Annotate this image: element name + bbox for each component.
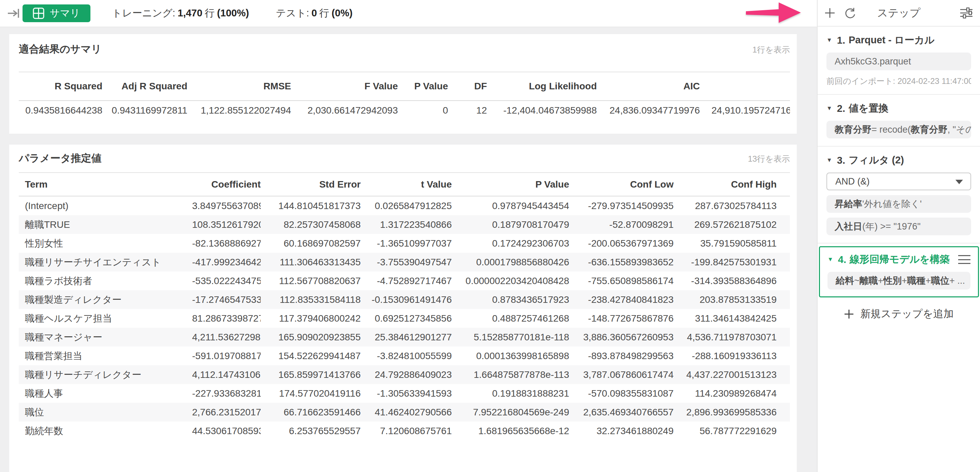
table-cell: -1.365109977037 bbox=[361, 234, 452, 253]
chip-text: = recode( bbox=[872, 124, 911, 135]
filter-condition-chip[interactable]: 昇給率 '外れ値を除く' bbox=[826, 195, 971, 213]
sliders-settings-icon[interactable] bbox=[959, 6, 973, 20]
add-new-step-label: 新規ステップを追加 bbox=[860, 307, 954, 321]
column-header bbox=[700, 72, 790, 101]
table-cell: 0.9787945443454 bbox=[452, 196, 569, 215]
parameter-estimates-table: TermCoefficientStd Errort ValueP ValueCo… bbox=[19, 172, 790, 440]
chevron-down-icon: ▼ bbox=[826, 157, 832, 164]
table-cell: 職種ヘルスケア担当 bbox=[19, 309, 192, 328]
table-cell: 56.787772291629 bbox=[674, 421, 790, 440]
table-cell: -570.098355831087 bbox=[569, 384, 674, 403]
column-header: P Value bbox=[452, 173, 569, 196]
step-number: 3. bbox=[837, 155, 845, 166]
table-cell: -1.305633941593 bbox=[361, 384, 452, 403]
table-cell: 0.0001363998165898 bbox=[452, 346, 569, 365]
table-cell: 0.000002203420408428 bbox=[452, 272, 569, 290]
table-cell: -238.427840841823 bbox=[569, 290, 674, 309]
table-cell: 5.152858770181e-118 bbox=[452, 328, 569, 346]
add-icon[interactable] bbox=[823, 6, 837, 20]
column-header: Conf High bbox=[674, 173, 790, 196]
table-cell: 24,910.195724716 bbox=[700, 101, 790, 120]
main-toolbar: サマリ トレーニング:1,470行(100%) テスト:0行(0%) bbox=[0, 0, 817, 27]
table-cell: 職位 bbox=[19, 403, 192, 421]
table-cell: 2,896.993699585336 bbox=[674, 403, 790, 421]
collapse-panel-icon[interactable] bbox=[7, 6, 21, 20]
filter-condition-chip[interactable]: 入社日 (年) >= "1976" bbox=[826, 218, 971, 235]
step-4-header[interactable]: ▼ 4. 線形回帰モデルを構築 bbox=[827, 252, 970, 267]
table-cell: 0.8783436517923 bbox=[452, 290, 569, 309]
fit-summary-card: 適合結果のサマリ 1行を表示 R SquaredAdj R SquaredRMS… bbox=[9, 34, 797, 133]
training-stat: トレーニング:1,470行(100%) bbox=[112, 6, 251, 20]
table-row: 職種リサーチサイエンティスト-417.999234642791111.30646… bbox=[19, 253, 790, 272]
table-cell: 287.673025784113 bbox=[674, 196, 790, 215]
table-cell: 35.791590585811 bbox=[674, 234, 790, 253]
table-cell: -279.973514509935 bbox=[569, 196, 674, 215]
chip-text: ~ bbox=[854, 276, 859, 286]
summary-button[interactable]: サマリ bbox=[22, 5, 91, 22]
step-1-source-chip[interactable]: Axh5kcG3.parquet bbox=[826, 52, 971, 70]
step-2-header[interactable]: ▼ 2. 値を置換 bbox=[826, 101, 971, 116]
chip-text: 教育分野 bbox=[911, 124, 948, 136]
table-cell: 112.835331584118 bbox=[261, 290, 361, 309]
step-2-expression-chip[interactable]: 教育分野 = recode(教育分野, "その… bbox=[826, 121, 971, 138]
column-header: t Value bbox=[361, 173, 452, 196]
annotation-arrow bbox=[733, 0, 809, 27]
parameter-estimates-title: パラメータ推定値 bbox=[19, 151, 102, 165]
table-cell: -3.755390497547 bbox=[361, 253, 452, 272]
add-new-step-button[interactable]: 新規ステップを追加 bbox=[818, 307, 980, 321]
table-cell: 66.716623591466 bbox=[261, 403, 361, 421]
table-cell: 0.0265847912825 bbox=[361, 196, 452, 215]
column-header: AIC bbox=[597, 72, 700, 101]
chip-text: '外れ値を除く' bbox=[862, 198, 922, 210]
column-header: P Value bbox=[398, 72, 448, 101]
table-cell: 0.1724292306703 bbox=[452, 234, 569, 253]
chip-text: + bbox=[878, 276, 883, 286]
table-cell: 4,536.711978703071 bbox=[674, 328, 790, 346]
table-cell: 4,112.147431065298 bbox=[192, 365, 261, 384]
plus-icon bbox=[844, 309, 854, 319]
table-row: 職種リサーチディレクター4,112.147431065298165.859971… bbox=[19, 365, 790, 384]
menu-icon[interactable] bbox=[958, 255, 970, 264]
column-header: Coefficient bbox=[192, 173, 261, 196]
table-cell: 0.0001798856880426 bbox=[452, 253, 569, 272]
table-row: 職種ヘルスケア担当81.286733987275117.379406800242… bbox=[19, 309, 790, 328]
table-header-row: R SquaredAdj R SquaredRMSEF ValueP Value… bbox=[19, 72, 790, 101]
filter-logic-select[interactable]: AND (&) bbox=[826, 173, 971, 190]
table-cell: 44.530617085939 bbox=[192, 421, 261, 440]
table-cell: 職種マネージャー bbox=[19, 328, 192, 346]
table-cell: 6.253765529557 bbox=[261, 421, 361, 440]
table-cell: 32.273461880249 bbox=[569, 421, 674, 440]
training-percent: (100%) bbox=[217, 8, 249, 18]
table-cell: -52.870098291 bbox=[569, 215, 674, 234]
table-cell: -288.160919336113 bbox=[674, 346, 790, 365]
table-cell: 117.379406800242 bbox=[261, 309, 361, 328]
table-cell: 2,766.231520175947 bbox=[192, 403, 261, 421]
table-cell: 1.317223540866 bbox=[361, 215, 452, 234]
table-cell: -200.065367971369 bbox=[569, 234, 674, 253]
table-row: 職種営業担当-591.019708817838154.522629941487-… bbox=[19, 346, 790, 365]
table-cell: 24.792886409023 bbox=[361, 365, 452, 384]
chip-text: 給料 bbox=[836, 275, 854, 287]
table-cell: -314.393588364896 bbox=[674, 272, 790, 290]
step-4-linear-regression[interactable]: ▼ 4. 線形回帰モデルを構築 給料 ~ 離職 + 性別 + 職種 + 職位 +… bbox=[819, 246, 979, 297]
table-header-row: TermCoefficientStd Errort ValueP ValueCo… bbox=[19, 173, 790, 196]
chip-text: Axh5kcG3.parquet bbox=[835, 56, 911, 67]
step-3-header[interactable]: ▼ 3. フィルタ (2) bbox=[826, 153, 971, 168]
refresh-icon[interactable] bbox=[843, 6, 857, 20]
table-row: 0.94358166442380.94311699728111,122.8551… bbox=[19, 101, 790, 120]
table-cell: 0.4887257461268 bbox=[452, 309, 569, 328]
table-cell: -148.772675867876 bbox=[569, 309, 674, 328]
model-formula-chip[interactable]: 給料 ~ 離職 + 性別 + 職種 + 職位 + ... bbox=[827, 272, 970, 289]
table-cell: 0.9435816644238 bbox=[19, 101, 102, 120]
chip-text: 職種 bbox=[907, 275, 925, 287]
table-cell: 2,635.469340766557 bbox=[569, 403, 674, 421]
table-cell: 職種人事 bbox=[19, 384, 192, 403]
table-cell: 職種リサーチサイエンティスト bbox=[19, 253, 192, 272]
table-cell: 144.810451817373 bbox=[261, 196, 361, 215]
table-cell: 1.681965635668e-12 bbox=[452, 421, 569, 440]
step-1-header[interactable]: ▼ 1. Parquet - ローカル bbox=[826, 33, 971, 48]
chip-text: 職位 bbox=[931, 275, 949, 287]
step-number: 2. bbox=[837, 103, 845, 114]
table-cell: -636.155893983652 bbox=[569, 253, 674, 272]
table-cell: 111.306463313435 bbox=[261, 253, 361, 272]
